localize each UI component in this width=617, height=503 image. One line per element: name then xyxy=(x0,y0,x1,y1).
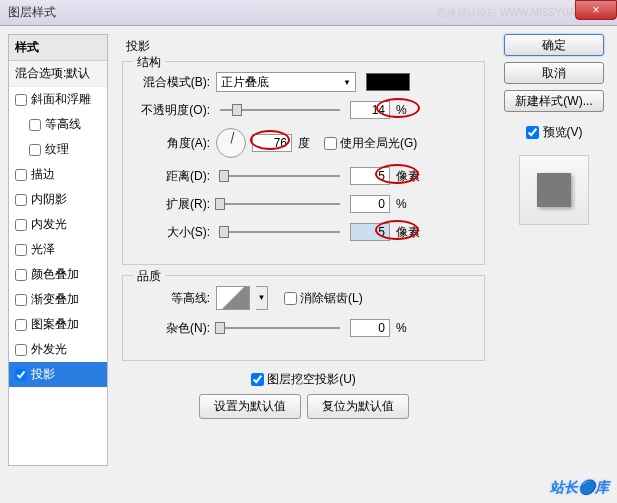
distance-input[interactable] xyxy=(350,167,390,185)
structure-legend: 结构 xyxy=(133,54,165,71)
options-panel: 投影 结构 混合模式(B): 正片叠底 ▼ 不透明度(O): % 角度(A): xyxy=(114,34,493,466)
global-light-checkbox[interactable]: 使用全局光(G) xyxy=(324,135,417,152)
style-item[interactable]: 内阴影 xyxy=(9,187,107,212)
styles-header[interactable]: 样式 xyxy=(9,35,107,61)
style-item[interactable]: 纹理 xyxy=(9,137,107,162)
style-item-label: 外发光 xyxy=(31,341,67,358)
angle-unit: 度 xyxy=(298,135,310,152)
style-item[interactable]: 颜色叠加 xyxy=(9,262,107,287)
make-default-button[interactable]: 设置为默认值 xyxy=(199,394,301,419)
ok-button[interactable]: 确定 xyxy=(504,34,604,56)
style-item[interactable]: 内发光 xyxy=(9,212,107,237)
spread-unit: % xyxy=(396,197,426,211)
watermark: 站长🔵库 xyxy=(550,479,609,497)
section-title: 投影 xyxy=(126,38,485,55)
new-style-button[interactable]: 新建样式(W)... xyxy=(504,90,604,112)
style-item-checkbox[interactable] xyxy=(15,344,27,356)
style-item-checkbox[interactable] xyxy=(29,119,41,131)
noise-label: 杂色(N): xyxy=(135,320,210,337)
structure-group: 结构 混合模式(B): 正片叠底 ▼ 不透明度(O): % 角度(A): xyxy=(122,61,485,265)
opacity-slider[interactable] xyxy=(220,109,340,111)
style-item[interactable]: 图案叠加 xyxy=(9,312,107,337)
style-item-checkbox[interactable] xyxy=(15,369,27,381)
style-item-label: 内阴影 xyxy=(31,191,67,208)
style-item-checkbox[interactable] xyxy=(15,94,27,106)
preview-swatch xyxy=(537,173,571,207)
style-item-label: 纹理 xyxy=(45,141,69,158)
style-item[interactable]: 外发光 xyxy=(9,337,107,362)
contour-picker[interactable] xyxy=(216,286,250,310)
distance-label: 距离(D): xyxy=(135,168,210,185)
angle-label: 角度(A): xyxy=(135,135,210,152)
style-item[interactable]: 光泽 xyxy=(9,237,107,262)
style-item-label: 光泽 xyxy=(31,241,55,258)
quality-legend: 品质 xyxy=(133,268,165,285)
distance-slider[interactable] xyxy=(220,175,340,177)
style-item-checkbox[interactable] xyxy=(15,269,27,281)
titlebar: 图层样式 思缘设计论坛 WWW.MISSYUAN.COM × xyxy=(0,0,617,26)
style-item-checkbox[interactable] xyxy=(15,319,27,331)
right-panel: 确定 取消 新建样式(W)... 预览(V) xyxy=(499,34,609,466)
title: 图层样式 xyxy=(8,4,56,21)
dialog-body: 样式 混合选项:默认 斜面和浮雕等高线纹理描边内阴影内发光光泽颜色叠加渐变叠加图… xyxy=(0,26,617,474)
spread-input[interactable] xyxy=(350,195,390,213)
size-unit: 像素 xyxy=(396,224,426,241)
style-item[interactable]: 渐变叠加 xyxy=(9,287,107,312)
blend-mode-select[interactable]: 正片叠底 ▼ xyxy=(216,72,356,92)
chevron-down-icon: ▼ xyxy=(343,78,351,87)
style-item-checkbox[interactable] xyxy=(15,219,27,231)
style-item-checkbox[interactable] xyxy=(15,169,27,181)
knockout-checkbox[interactable]: 图层挖空投影(U) xyxy=(122,371,485,388)
style-item-label: 颜色叠加 xyxy=(31,266,79,283)
contour-label: 等高线: xyxy=(135,290,210,307)
style-item-checkbox[interactable] xyxy=(15,194,27,206)
preview-checkbox[interactable]: 预览(V) xyxy=(526,124,583,141)
shadow-color-swatch[interactable] xyxy=(366,73,410,91)
close-button[interactable]: × xyxy=(575,0,617,20)
style-item-label: 内发光 xyxy=(31,216,67,233)
style-item-label: 描边 xyxy=(31,166,55,183)
noise-input[interactable] xyxy=(350,319,390,337)
cancel-button[interactable]: 取消 xyxy=(504,62,604,84)
quality-group: 品质 等高线: ▼ 消除锯齿(L) 杂色(N): % xyxy=(122,275,485,361)
antialias-checkbox[interactable]: 消除锯齿(L) xyxy=(284,290,363,307)
style-item-label: 等高线 xyxy=(45,116,81,133)
opacity-label: 不透明度(O): xyxy=(135,102,210,119)
style-item-label: 斜面和浮雕 xyxy=(31,91,91,108)
style-item[interactable]: 描边 xyxy=(9,162,107,187)
angle-dial[interactable] xyxy=(216,128,246,158)
size-input[interactable] xyxy=(350,223,390,241)
spread-label: 扩展(R): xyxy=(135,196,210,213)
style-item[interactable]: 等高线 xyxy=(9,112,107,137)
size-label: 大小(S): xyxy=(135,224,210,241)
style-item[interactable]: 投影 xyxy=(9,362,107,387)
blend-mode-label: 混合模式(B): xyxy=(135,74,210,91)
distance-unit: 像素 xyxy=(396,168,426,185)
blend-options-item[interactable]: 混合选项:默认 xyxy=(9,61,107,87)
style-item-label: 图案叠加 xyxy=(31,316,79,333)
noise-unit: % xyxy=(396,321,426,335)
preview-box xyxy=(519,155,589,225)
size-slider[interactable] xyxy=(220,231,340,233)
style-item-checkbox[interactable] xyxy=(15,244,27,256)
style-item-label: 渐变叠加 xyxy=(31,291,79,308)
style-item-checkbox[interactable] xyxy=(15,294,27,306)
opacity-input[interactable] xyxy=(350,101,390,119)
styles-list: 样式 混合选项:默认 斜面和浮雕等高线纹理描边内阴影内发光光泽颜色叠加渐变叠加图… xyxy=(8,34,108,466)
noise-slider[interactable] xyxy=(220,327,340,329)
style-item-checkbox[interactable] xyxy=(29,144,41,156)
angle-input[interactable] xyxy=(252,134,292,152)
style-item-label: 投影 xyxy=(31,366,55,383)
opacity-unit: % xyxy=(396,103,426,117)
reset-default-button[interactable]: 复位为默认值 xyxy=(307,394,409,419)
contour-dropdown[interactable]: ▼ xyxy=(256,286,268,310)
spread-slider[interactable] xyxy=(220,203,340,205)
style-item[interactable]: 斜面和浮雕 xyxy=(9,87,107,112)
